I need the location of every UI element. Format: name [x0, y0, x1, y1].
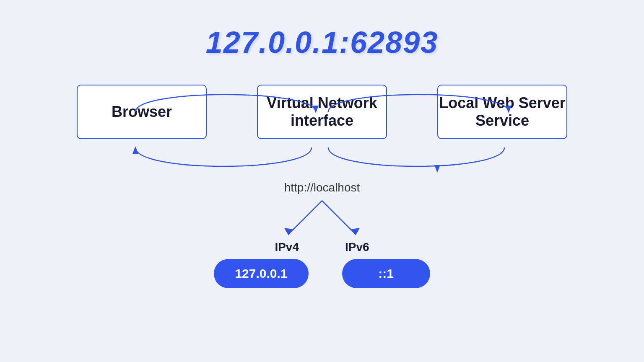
svg-line-6 — [322, 201, 356, 234]
svg-line-4 — [288, 201, 322, 234]
ip-labels-row: IPv4 IPv6 — [275, 240, 369, 254]
local-web-server-box: Local Web Server Service — [437, 85, 567, 139]
split-arrows-svg — [238, 199, 406, 240]
split-area: IPv4 IPv6 127.0.0.1 ::1 — [214, 199, 430, 288]
ipv6-button: ::1 — [342, 259, 430, 288]
svg-marker-3 — [434, 165, 440, 173]
diagram-area: Browser Virtual Network interface Local … — [0, 85, 644, 288]
virtual-network-box: Virtual Network interface — [257, 85, 387, 139]
browser-box: Browser — [77, 85, 207, 139]
top-row: Browser Virtual Network interface Local … — [70, 85, 574, 139]
ip-buttons-row: 127.0.0.1 ::1 — [214, 259, 430, 288]
svg-marker-2 — [132, 146, 138, 154]
page-title: 127.0.0.1:62893 — [206, 25, 438, 59]
ipv6-label: IPv6 — [345, 240, 369, 254]
localhost-label: http://localhost — [284, 181, 360, 194]
bottom-arrows-svg — [70, 139, 574, 181]
ipv4-button: 127.0.0.1 — [214, 259, 308, 288]
ipv4-label: IPv4 — [275, 240, 299, 254]
